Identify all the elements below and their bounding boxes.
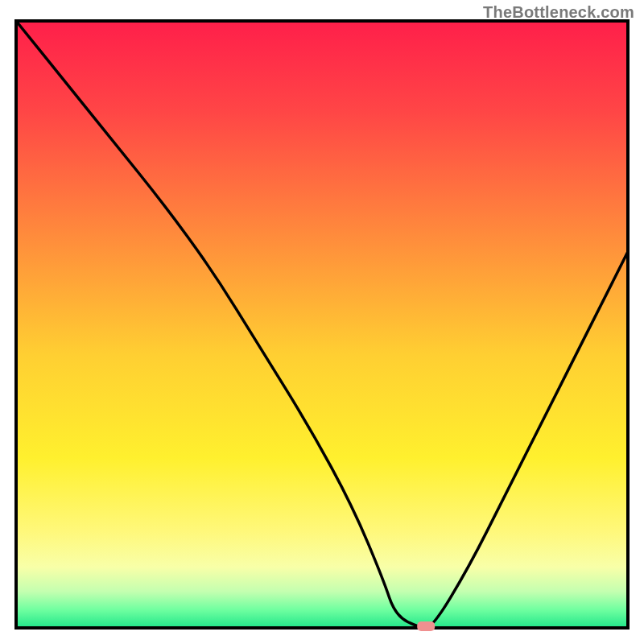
optimal-point-marker (417, 621, 435, 631)
chart-plot-area (16, 21, 628, 628)
watermark-text: TheBottleneck.com (483, 3, 634, 22)
bottleneck-chart (0, 0, 644, 644)
